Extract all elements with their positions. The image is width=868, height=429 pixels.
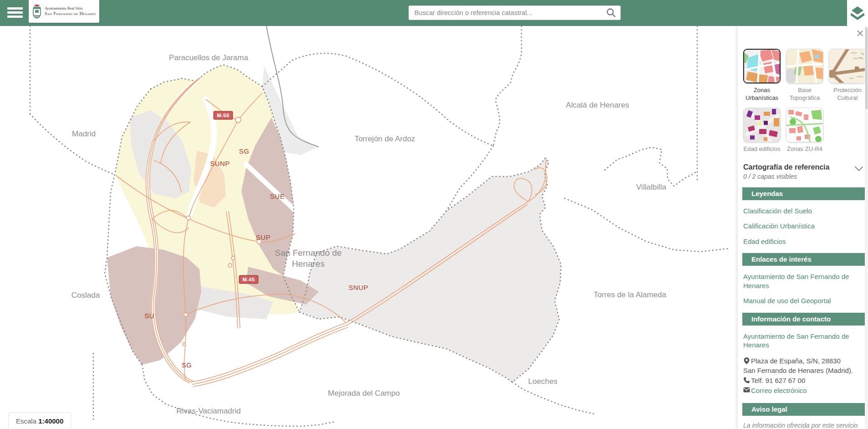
scale-indicator: Escala 1:40000 xyxy=(8,412,71,429)
city-crest-icon xyxy=(31,3,42,20)
logo-line2: San Fernando de Henares xyxy=(45,11,96,16)
basemap-thumbnails: Zonas Urbanísticas Base Topográfica Prot… xyxy=(743,49,866,153)
interest-link-0[interactable]: Ayuntamiento de San Fernando de Henares xyxy=(743,272,855,290)
zone-label-sup: SUP xyxy=(256,233,271,241)
menu-hamburger-icon[interactable] xyxy=(4,4,26,22)
basemap-label[interactable]: Zonas ZU-R4 xyxy=(786,145,823,153)
municipality-label: Mejorada del Campo xyxy=(328,388,400,398)
zone-label-sg: SG xyxy=(239,147,250,155)
section-enlaces: Enlaces de interés xyxy=(742,253,868,266)
layer-panel: ✕ Zonas Urbanísticas Base Topográfica Pr… xyxy=(738,26,868,429)
panel-scrollbar[interactable] xyxy=(865,26,868,429)
road-badge-m-45: M-45 xyxy=(239,275,258,284)
zone-gray-snup xyxy=(300,158,561,382)
search-button[interactable] xyxy=(602,6,620,20)
section-aviso: Aviso legal xyxy=(742,403,868,416)
road-badge-m-50: M-50 xyxy=(213,111,233,120)
contact-ayuntamiento-link[interactable]: Ayuntamiento de San Fernando de Henares xyxy=(743,332,855,350)
layers-toggle-button[interactable] xyxy=(847,0,868,26)
basemap-label[interactable]: Zonas Urbanísticas xyxy=(743,87,781,102)
municipality-label: Coslada xyxy=(71,290,100,300)
basemap-option-base: Base Topográfica xyxy=(786,49,823,102)
municipality-label: Madrid xyxy=(72,129,96,139)
municipality-label: Alcalá de Henares xyxy=(566,100,629,110)
contact-info: Plaza de España, S/N, 28830 San Fernando… xyxy=(743,356,857,396)
leyendas-links: Clasificación del SueloCalificación Urba… xyxy=(743,207,868,246)
basemap-option-edad: Edad edificios xyxy=(743,108,781,153)
basemap-option-zur4: Zonas ZU-R4 xyxy=(786,108,823,153)
municipality-label: San Fernando deHenares xyxy=(275,248,342,269)
zone-label-sg: SG xyxy=(182,361,192,369)
app-header: Ayuntamiento Real Sitio San Fernando de … xyxy=(0,0,847,26)
contact-phone: Telf. 91 627 67 00 xyxy=(751,376,805,386)
basemap-option-proteccion: Protección Cultural xyxy=(829,49,866,102)
municipality-label: Paracuellos de Jarama xyxy=(169,53,248,62)
basemap-thumbnail-base[interactable] xyxy=(786,49,823,83)
legend-link-2[interactable]: Edad edificios xyxy=(743,237,855,246)
basemap-label[interactable]: Protección Cultural xyxy=(829,87,866,102)
basemap-label[interactable]: Edad edificios xyxy=(743,145,781,153)
cartography-status: 0 / 2 capas visibles xyxy=(743,173,854,180)
chevron-down-icon[interactable] xyxy=(854,165,863,173)
contact-address-2: San Fernando de Henares (Madrid). xyxy=(743,366,853,376)
basemap-thumbnail-zur4[interactable] xyxy=(786,108,823,142)
contact-address-1: Plaza de España, S/N, 28830 xyxy=(751,356,841,366)
phone-icon xyxy=(743,377,750,383)
municipality-label: Torrejón de Ardoz xyxy=(354,134,415,144)
layers-icon xyxy=(851,5,864,21)
interest-link-1[interactable]: Manual de uso del Geoportal xyxy=(743,296,855,305)
cartography-header: Cartografía de referencia 0 / 2 capas vi… xyxy=(743,163,868,180)
scale-value: 1:40000 xyxy=(38,417,63,425)
municipality-label: Loeches xyxy=(528,377,557,386)
logo-text: Ayuntamiento Real Sitio San Fernando de … xyxy=(45,6,96,16)
section-leyendas: Leyendas xyxy=(742,187,868,200)
enlaces-links: Ayuntamiento de San Fernando de HenaresM… xyxy=(743,272,868,305)
city-logo[interactable]: Ayuntamiento Real Sitio San Fernando de … xyxy=(29,0,99,23)
section-contacto: Información de contacto xyxy=(742,313,868,326)
scale-label: Escala xyxy=(16,417,36,425)
zone-label-sunp: SUNP xyxy=(210,160,230,167)
basemap-thumbnail-zonas[interactable] xyxy=(743,49,781,83)
search-bar xyxy=(408,5,621,20)
zone-label-su: SU xyxy=(144,312,154,320)
search-input[interactable] xyxy=(409,9,602,16)
location-pin-icon xyxy=(743,357,750,364)
search-icon xyxy=(606,8,616,18)
basemap-label[interactable]: Base Topográfica xyxy=(786,87,823,102)
logo-line1: Ayuntamiento Real Sitio xyxy=(45,6,96,11)
municipality-label: Rivas-Vaciamadrid xyxy=(176,406,240,416)
legend-link-1[interactable]: Calificación Urbanística xyxy=(743,222,855,231)
cartography-title: Cartografía de referencia xyxy=(743,163,854,171)
basemap-option-zonas: Zonas Urbanísticas xyxy=(743,49,781,102)
legal-notice-text: La información ofrecida por este servici… xyxy=(743,421,858,429)
close-icon[interactable]: ✕ xyxy=(856,29,864,39)
basemap-thumbnail-edad[interactable] xyxy=(743,108,781,142)
contact-email-link[interactable]: Correo electrónico xyxy=(751,386,807,396)
basemap-thumbnail-proteccion[interactable] xyxy=(829,49,866,83)
envelope-icon xyxy=(743,387,750,393)
zone-label-sue: SUE xyxy=(270,192,285,200)
municipality-label: Villalbilla xyxy=(636,182,666,192)
municipality-label: Torres de la Alameda xyxy=(593,290,666,300)
legend-link-0[interactable]: Clasificación del Suelo xyxy=(743,207,855,216)
zone-label-snup: SNUP xyxy=(348,284,368,291)
